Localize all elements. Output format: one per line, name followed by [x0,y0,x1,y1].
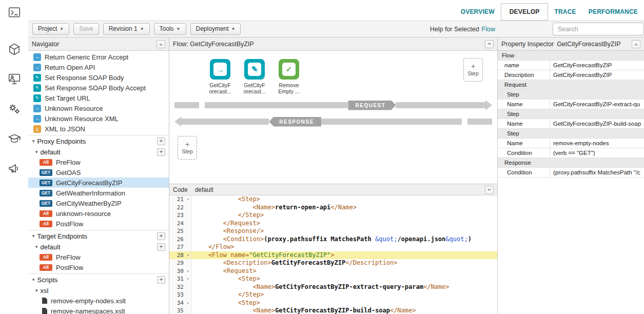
flow-panel-title: Flow: GetCityForecastByZIP [173,41,254,48]
flow-item-postflow[interactable]: AllPostFlow [28,262,169,272]
section-label: Target Endpoints [37,232,88,240]
group-xsl[interactable]: ▾xsl [28,285,169,296]
package-icon[interactable] [7,42,22,57]
flow-item-preflow[interactable]: AllPreFlow [28,157,169,167]
tab-develop[interactable]: DEVELOP [501,3,549,21]
group-default[interactable]: ▾default+ [28,242,169,252]
project-button[interactable]: Project▼ [32,23,69,35]
property-value[interactable]: GetCityForecastByZIP [550,61,644,70]
fold-spacer [185,283,192,291]
inspector-section-flow: Flow [498,51,644,61]
line-number: 26 [169,235,185,244]
policy-item-xml-to-json[interactable]: {}XML to JSON [28,124,169,134]
edit-step-icon: ✎ [244,59,265,80]
save-button[interactable]: Save [73,23,99,35]
add-button[interactable]: + [157,138,165,145]
line-number: 21 [169,195,185,204]
flow-item-preflow[interactable]: AllPreFlow [28,252,169,262]
code-line-22[interactable]: 22 <Name>return-open-api</Name> [169,204,497,212]
code-line-34[interactable]: 34▾ <Step> [169,299,497,307]
add-button[interactable]: + [157,276,165,284]
code-line-30[interactable]: 30▾ <Request> [169,267,497,276]
fold-arrow-icon[interactable]: ▾ [185,275,192,283]
property-value[interactable]: remove-empty-nodes [550,139,644,148]
flow-item-getoas[interactable]: GETGetOAS [28,167,169,178]
add-button[interactable]: + [157,232,165,240]
gears-icon[interactable] [7,101,22,116]
code-line-32[interactable]: 32 <Name>GetCityForecastByZIP-extract-qu… [169,283,497,291]
property-value[interactable]: GetCityForecastByZIP-extract-qu [550,100,644,109]
policy-item-unknown-resource-xml[interactable]: →Unknown Resource XML [28,113,169,124]
fold-arrow-icon[interactable]: ▾ [185,195,192,204]
flow-item-getweatherinformation[interactable]: GETGetWeatherInformation [28,188,169,198]
code-panel-header: Code default [169,184,497,195]
policy-item-set-target-url[interactable]: ✎Set Target URL [28,93,169,103]
code-line-29[interactable]: 29 <Description>GetCityForecastByZIP</De… [169,259,497,267]
fold-arrow-icon[interactable]: ▾ [185,267,192,276]
property-value[interactable]: GetCityForecastByZIP-build-soap [550,119,644,128]
line-number: 24 [169,220,185,228]
help-flow-link[interactable]: Flow [482,26,495,33]
section-target-endpoints[interactable]: ▾Target Endpoints+ [28,230,169,242]
megaphone-icon[interactable] [7,161,22,176]
file-item-remove-empty-nodes-xslt[interactable]: remove-empty-nodes.xslt [28,296,169,306]
code-line-27[interactable]: 27 </Flow> [169,243,497,251]
section-scripts[interactable]: ▾Scripts+ [28,273,169,285]
collapse-flow-icon[interactable] [485,40,494,48]
collapse-navigator-icon[interactable]: « [157,40,165,48]
file-item-remove-namespaces-xslt[interactable]: remove-namespaces.xslt [28,306,169,314]
code-line-35[interactable]: 35 <Name>GetCityForecastByZIP-build-soap… [169,307,497,314]
code-line-33[interactable]: 33 </Step> [169,291,497,299]
tab-overview[interactable]: OVERVIEW [455,3,501,21]
code-line-25[interactable]: 25 <Response/> [169,227,497,235]
policy-item-set-response-soap-body[interactable]: ✎Set Response SOAP Body [28,72,169,83]
flow-item-getcityweatherbyzip[interactable]: GETGetCityWeatherByZIP [28,198,169,208]
flow-step-check[interactable]: ✓Remove Empty ... [275,59,303,94]
presentation-icon[interactable] [7,71,22,87]
code-line-28[interactable]: 28▾ <Flow name="GetCityForecastByZIP"> [169,251,497,260]
flow-item-postflow[interactable]: AllPostFlow [28,219,169,229]
group-default[interactable]: ▾default+ [28,147,169,157]
flow-step-edit[interactable]: ✎GetCityF orecast... [241,59,268,94]
add-step-button-bottom[interactable]: + Step [178,136,197,160]
policy-item-return-open-api[interactable]: →Return Open API [28,62,169,72]
code-line-24[interactable]: 24 </Request> [169,220,497,228]
deployment-button[interactable]: Deployment▼ [190,23,241,35]
collapse-inspector-icon[interactable]: » [632,40,640,48]
section-proxy-endpoints[interactable]: ▾Proxy Endpoints+ [28,135,169,147]
property-value[interactable]: (proxy.pathsuffix MatchesPath "/c [550,168,644,177]
flow-item-unknown-resource[interactable]: Allunknown-resource [28,208,169,219]
property-value[interactable]: (verb == "GET") [550,148,644,158]
tab-performance[interactable]: PERFORMANCE [582,3,644,21]
graduation-cap-icon[interactable] [7,131,22,146]
arrow-right-icon [485,100,492,110]
revision-button[interactable]: Revision 1▼ [103,23,150,35]
policy-item-unknown-resource[interactable]: →Unknown Resource [28,103,169,113]
tab-trace[interactable]: TRACE [548,3,582,21]
fold-arrow-icon[interactable]: ▾ [185,251,192,260]
method-badge: GET [40,169,52,176]
policy-item-set-response-soap-body-accept[interactable]: ✎Set Response SOAP Body Accept [28,83,169,93]
tools-button[interactable]: Tools▼ [154,23,186,35]
flow-item-getcityforecastbyzip[interactable]: GETGetCityForecastByZIP [28,178,169,188]
collapse-code-icon[interactable] [485,186,494,194]
fold-arrow-icon[interactable]: ▾ [185,299,192,307]
fold-spacer [185,259,192,267]
policy-item-return-generic-error-accept[interactable]: →Return Generic Error Accept [28,52,169,62]
property-value[interactable]: GetCityForecastByZIP [550,70,644,80]
terminal-icon[interactable] [7,5,22,20]
code-editor[interactable]: 21▾ <Step>22 <Name>return-open-api</Name… [169,195,497,314]
flow-step-extract[interactable]: →GetCityF orecast... [206,59,234,94]
add-button[interactable]: + [157,148,165,156]
add-step-button-top[interactable]: + Step [463,58,483,82]
flow-label: unknown-resource [56,210,111,218]
code-tab-default[interactable]: default [195,186,213,193]
code-line-26[interactable]: 26 <Condition>(proxy.pathsuffix MatchesP… [169,235,497,244]
group-label: default [41,148,61,156]
add-button[interactable]: + [157,243,165,251]
code-line-31[interactable]: 31▾ <Step> [169,275,497,283]
code-line-21[interactable]: 21▾ <Step> [169,195,497,204]
code-line-23[interactable]: 23 </Step> [169,211,497,220]
flow-steps-row: →GetCityF orecast...✎GetCityF orecast...… [206,59,303,94]
search-input[interactable] [553,23,644,35]
